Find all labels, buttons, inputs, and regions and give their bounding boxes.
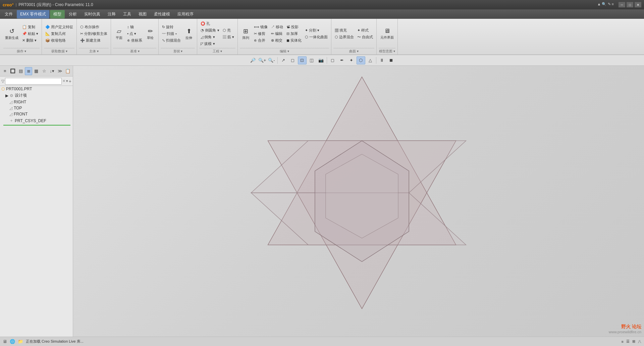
ribbon-btn-unify[interactable]: ⬡ 一体化曲面	[304, 34, 329, 40]
sb-right-icon1[interactable]: ≡	[622, 340, 624, 344]
tb-btn-refit[interactable]: 🔎	[249, 56, 257, 64]
ribbon-btn-fill[interactable]: ▦ 填充	[333, 27, 355, 34]
tb-btn-vertex[interactable]: ✦	[347, 56, 356, 64]
sb-icon-globe[interactable]: 🌐	[10, 339, 15, 344]
tree-item-csys[interactable]: ＋ PRT_CSYS_DEF	[0, 117, 73, 124]
menu-item-apps[interactable]: 应用程序	[174, 10, 197, 18]
extra-icons: ▲ 🔍 ✎ ≡	[597, 2, 614, 7]
ribbon-btn-plane[interactable]: ▱ 平面	[113, 24, 125, 43]
lt-btn-6[interactable]: ☆	[41, 67, 48, 75]
tb-btn-select[interactable]: ⬡	[357, 56, 365, 64]
ribbon-btn-csys[interactable]: ⊕ 坐标系	[126, 37, 144, 44]
tree-item-root[interactable]: ⬡ PRT0001.PRT	[0, 86, 73, 92]
menu-item-tools[interactable]: 工具	[120, 10, 135, 18]
ribbon-btn-extrude[interactable]: ⬆ 拉伸	[183, 24, 195, 43]
ribbon-btn-trim[interactable]: ✂ 修剪	[253, 31, 269, 37]
ribbon-btn-solidify[interactable]: ◼ 实体化	[285, 37, 303, 44]
lt-btn-more[interactable]: ≫	[56, 67, 63, 75]
lt-btn-clipboard[interactable]: 📋	[64, 67, 71, 75]
ribbon-btn-newbody[interactable]: ➕ 新建主体	[79, 37, 109, 44]
sb-icon-left[interactable]: 🖥	[3, 339, 7, 344]
tb-btn-pen[interactable]: ✒	[338, 56, 346, 64]
tb-btn-zoomout[interactable]: 🔍-	[267, 56, 276, 64]
ribbon-btn-thicken[interactable]: ⊟ 加厚	[285, 31, 303, 37]
ribbon-btn-splitbody[interactable]: ✂ 分割/修剪主体	[79, 31, 109, 37]
ribbon-btn-style[interactable]: ✦ 样式	[356, 27, 374, 34]
tb-btn-snapshot[interactable]: 📷	[317, 56, 325, 64]
ribbon-btn-point[interactable]: • 点 ▾	[126, 31, 144, 37]
tb-btn-triangle[interactable]: △	[366, 56, 375, 64]
menu-item-file[interactable]: 文件	[1, 10, 16, 18]
close-button[interactable]: ✕	[635, 2, 641, 7]
maximize-button[interactable]: □	[627, 2, 633, 7]
menu-item-view[interactable]: 视图	[135, 10, 150, 18]
menu-item-simulation[interactable]: 实时仿真	[81, 10, 104, 18]
menu-item-model[interactable]: 模型	[50, 10, 65, 18]
ribbon-btn-copygeom[interactable]: 📐 复制几何	[44, 31, 74, 37]
sb-icon-folder[interactable]: 📁	[18, 339, 23, 344]
ribbon-btn-draft[interactable]: ◸ 拔模 ▾	[199, 41, 220, 47]
ribbon-btn-project[interactable]: 📽 投影	[285, 24, 303, 30]
ribbon-btn-shrinkwrap[interactable]: 📦 收缩包络	[44, 37, 74, 44]
ribbon-btn-freestyle[interactable]: 〜 自由式	[356, 34, 374, 40]
filter-add-icon[interactable]: +	[69, 79, 71, 84]
tb-btn-orient[interactable]: ◻	[288, 56, 297, 64]
ribbon-btn-paste[interactable]: 📌 粘贴 ▾	[21, 31, 40, 37]
3d-viewport[interactable]: 野火 论坛 www.proewildfire.cn	[73, 66, 644, 337]
ribbon-btn-regenerate[interactable]: ↺ 重新生成	[3, 24, 20, 43]
ribbon-btn-rib[interactable]: ▤ 筋 ▾	[221, 34, 235, 40]
ribbon-btn-axis[interactable]: ↕ 轴	[126, 24, 144, 30]
tb-btn-pause[interactable]: ⏸	[378, 56, 386, 64]
tb-btn-hiddenline[interactable]: ◻	[328, 56, 337, 64]
tree-item-top[interactable]: ◿ TOP	[0, 105, 73, 111]
minimize-button[interactable]: ─	[619, 2, 625, 7]
ribbon-group-modelintent: 🖥 元件界面 模型意图 ▾	[377, 19, 398, 54]
ribbon-btn-revolve[interactable]: ↻ 旋转	[161, 24, 182, 30]
ribbon-btn-delete[interactable]: ✕ 删除 ▾	[21, 37, 40, 44]
ribbon-btn-sketch[interactable]: ✏ 草绘	[144, 24, 156, 43]
lt-btn-2[interactable]: 🔲	[9, 67, 16, 75]
ribbon-btn-boundary[interactable]: ⬡ 边界混合	[333, 34, 355, 40]
lt-btn-1[interactable]: ≡	[1, 67, 8, 75]
ribbon-btn-mirror[interactable]: ⟺ 镜像	[253, 24, 269, 30]
ribbon-btn-split[interactable]: ✦ 分割 ▾	[304, 27, 329, 34]
sb-right-icon3[interactable]: ⊞	[632, 339, 635, 344]
ribbon-btn-round[interactable]: ◔ 倒圆角 ▾	[199, 27, 220, 34]
menu-item-flexible[interactable]: 柔性建模	[151, 10, 173, 18]
ribbon-btn-boolean[interactable]: ⬡ 布尔操作	[79, 24, 109, 30]
menu-item-emx[interactable]: EMX 零件模式	[17, 10, 49, 18]
tree-item-right[interactable]: ◿ RIGHT	[0, 99, 73, 105]
filter-input[interactable]	[5, 78, 62, 85]
ribbon-btn-pattern[interactable]: ⊞ 阵列	[240, 24, 252, 43]
ribbon-btn-merge[interactable]: ⊕ 合并	[253, 37, 269, 44]
ribbon-btn-sweep[interactable]: 〰 扫描 ▾	[161, 31, 182, 37]
sb-extra: 八	[638, 339, 641, 344]
tb-btn-view-mgr[interactable]: ◫	[307, 56, 316, 64]
ribbon-group-getdata: 🔷 用户定义特征 📐 复制几何 📦 收缩包络 获取数据 ▾	[42, 19, 77, 54]
ribbon-btn-componentinterface[interactable]: 🖥 元件界面	[379, 24, 395, 43]
ribbon-btn-move[interactable]: ↗ 移动	[270, 24, 284, 30]
tb-btn-zoomin[interactable]: 🔍+	[258, 56, 267, 64]
tb-btn-named-view[interactable]: ↗	[279, 56, 288, 64]
tree-item-front[interactable]: ◿ FRONT	[0, 111, 73, 117]
tree-item-design[interactable]: ▶ ⚙ 设计项	[0, 92, 73, 99]
lt-btn-4[interactable]: ≣	[25, 67, 32, 75]
ribbon-btn-chamfer[interactable]: ◿ 倒角 ▾	[199, 34, 220, 40]
ribbon-btn-userfeature[interactable]: 🔷 用户定义特征	[44, 24, 74, 30]
ribbon-btn-editfeat[interactable]: ✏ 编辑	[270, 31, 284, 37]
tb-btn-display-mode[interactable]: ⊡	[298, 56, 307, 64]
lt-btn-3[interactable]: ▤	[17, 67, 24, 75]
ribbon-btn-sweepmix[interactable]: ⤡ 扫描混合	[161, 37, 182, 44]
filter-expand-icon[interactable]: ▾	[66, 79, 68, 83]
menu-item-annotate[interactable]: 注释	[104, 10, 119, 18]
ribbon-btn-shell[interactable]: ⬡ 壳	[221, 27, 235, 34]
lt-btn-5[interactable]: ▦	[33, 67, 40, 75]
tb-btn-stop[interactable]: ⏹	[387, 56, 396, 64]
menu-item-analysis[interactable]: 分析	[65, 10, 80, 18]
ribbon-btn-intersect[interactable]: ⊗ 相交	[270, 37, 284, 44]
ribbon-btn-copy[interactable]: 📋 复制	[21, 24, 40, 30]
filter-clear-icon[interactable]: ✕	[62, 79, 65, 83]
ribbon-btn-hole[interactable]: ⭕ 孔	[199, 20, 220, 27]
sb-right-icon2[interactable]: ☰	[626, 339, 630, 344]
lt-btn-sort[interactable]: ↓▾	[49, 67, 56, 75]
